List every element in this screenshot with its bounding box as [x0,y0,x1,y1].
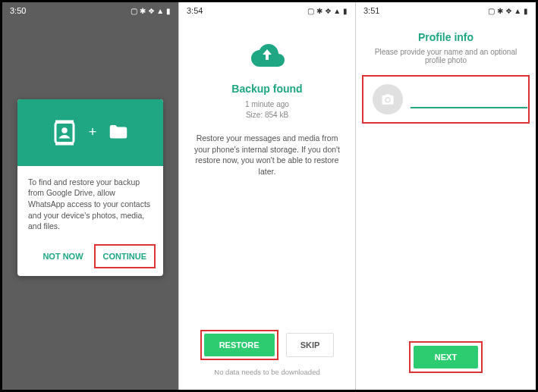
status-bar: 3:51 ▢ ✱ ❖ ▲ ▮ [356,2,536,19]
name-input[interactable] [411,90,527,108]
skip-button[interactable]: SKIP [286,333,335,357]
avatar-button[interactable] [373,84,403,114]
status-time: 3:54 [187,6,203,15]
status-time: 3:50 [10,6,26,15]
highlight-next: NEXT [409,341,483,373]
restore-button[interactable]: RESTORE [204,334,275,356]
highlight-continue: CONTINUE [94,244,156,268]
dialog-text: To find and restore your backup from Goo… [28,177,153,232]
status-bar: 3:54 ▢ ✱ ❖ ▲ ▮ [179,2,355,19]
contacts-icon [51,119,78,146]
status-icons: ▢ ✱ ❖ ▲ ▮ [131,7,171,15]
svg-point-1 [61,127,68,133]
permission-dialog: + To find and restore your backup from G… [17,99,163,276]
profile-input-row: 25 [362,75,530,124]
backup-age: 1 minute ago [179,99,355,110]
profile-info-title: Profile info [356,31,536,43]
not-now-button[interactable]: NOT NOW [36,244,89,268]
folder-icon [107,121,130,144]
status-time: 3:51 [363,6,379,15]
cloud-upload-icon [247,42,288,72]
svg-rect-3 [55,142,74,146]
status-icons: ▢ ✱ ❖ ▲ ▮ [307,7,348,15]
profile-subtitle: Please provide your name and an optional… [356,48,536,64]
highlight-restore: RESTORE [200,330,278,360]
restore-description: Restore your messages and media from you… [179,133,355,177]
status-bar: 3:50 ▢ ✱ ❖ ▲ ▮ [2,2,178,19]
continue-button[interactable]: CONTINUE [97,247,153,265]
camera-icon [381,93,395,106]
download-footer: No data needs to be downloaded [179,368,355,376]
plus-icon: + [89,124,97,140]
next-button[interactable]: NEXT [414,346,478,368]
backup-size: Size: 854 kB [179,110,355,121]
backup-meta: 1 minute ago Size: 854 kB [179,99,355,121]
dialog-header: + [17,99,163,166]
svg-rect-2 [55,120,74,124]
status-icons: ▢ ✱ ❖ ▲ ▮ [488,7,528,15]
backup-found-title: Backup found [179,83,355,95]
